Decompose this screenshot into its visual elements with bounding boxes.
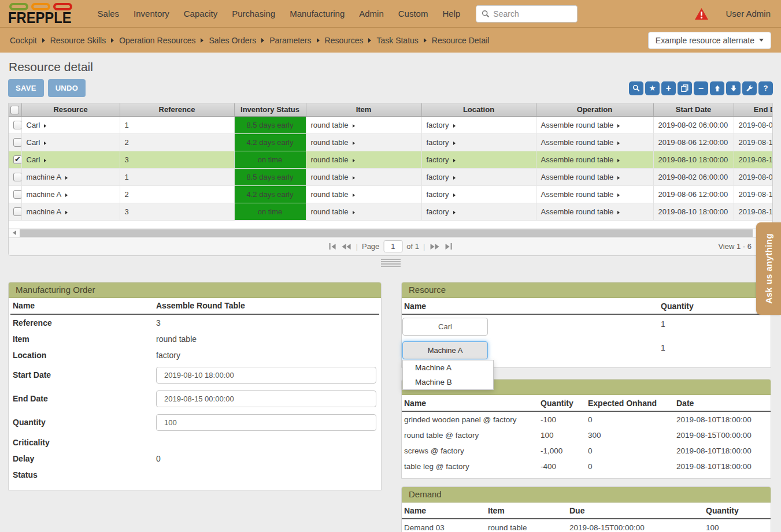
table-row-selected[interactable]: Carl 3 on time round table factory Assem… <box>9 151 772 168</box>
next-page-button[interactable] <box>429 243 441 251</box>
cell-operation[interactable]: Assemble round table <box>541 155 614 164</box>
menu-item-purchasing[interactable]: Purchasing <box>232 9 275 18</box>
save-button[interactable]: SAVE <box>8 79 44 97</box>
row-checkbox[interactable] <box>13 173 21 181</box>
cell-item[interactable]: round table <box>311 190 349 199</box>
menu-item-custom[interactable]: Custom <box>398 9 428 18</box>
menu-item-manufacturing[interactable]: Manufacturing <box>290 9 345 18</box>
context-caret-icon[interactable] <box>453 211 456 214</box>
help-button[interactable]: ? <box>758 81 773 95</box>
menu-item-help[interactable]: Help <box>442 9 460 18</box>
breadcrumb-task-status[interactable]: Task Status <box>376 36 418 45</box>
context-caret-icon[interactable] <box>453 194 456 197</box>
col-header-item[interactable]: Item <box>306 103 421 116</box>
cell-operation[interactable]: Assemble round table <box>541 173 614 181</box>
breadcrumb-resources[interactable]: Resources <box>325 36 364 45</box>
search-tool-button[interactable] <box>629 81 643 95</box>
context-caret-icon[interactable] <box>44 142 46 145</box>
col-header-resource[interactable]: Resource <box>21 103 120 116</box>
row-checkbox[interactable] <box>13 190 21 199</box>
cell-location[interactable]: factory <box>427 190 449 199</box>
table-row[interactable]: Carl 2 4.2 days early round table factor… <box>9 133 772 151</box>
cell-location[interactable]: factory <box>427 138 449 147</box>
warning-icon[interactable] <box>695 8 708 20</box>
context-caret-icon[interactable] <box>353 142 355 145</box>
resource-select-carl[interactable]: Carl <box>402 318 488 336</box>
row-checkbox-checked[interactable] <box>13 155 21 164</box>
context-caret-icon[interactable] <box>617 176 620 180</box>
col-header-operation[interactable]: Operation <box>536 103 653 116</box>
frepple-logo[interactable]: FREPPLE <box>8 3 80 25</box>
delete-row-button[interactable]: − <box>694 81 708 95</box>
cell-resource[interactable]: machine A <box>27 173 62 181</box>
move-down-button[interactable] <box>726 81 741 95</box>
menu-item-capacity[interactable]: Capacity <box>184 9 217 18</box>
cell-operation[interactable]: Assemble round table <box>541 190 614 199</box>
table-row[interactable]: machine A 2 4.2 days early round table f… <box>9 185 772 203</box>
context-caret-icon[interactable] <box>44 159 46 162</box>
user-menu[interactable]: User Admin <box>726 9 771 18</box>
copy-row-button[interactable] <box>678 81 692 95</box>
entity-selector[interactable]: Example resource alternate <box>648 32 771 49</box>
context-caret-icon[interactable] <box>617 159 620 162</box>
table-row[interactable]: machine A 1 8.5 days early round table f… <box>9 168 772 185</box>
cell-operation[interactable]: Assemble round table <box>541 121 614 129</box>
table-row[interactable]: machine A 3 on time round table factory … <box>9 203 772 220</box>
ask-us-anything-tab[interactable]: Ask us anything <box>756 222 781 315</box>
scrollbar-thumb[interactable] <box>20 229 753 237</box>
breadcrumb-resource-skills[interactable]: Resource Skills <box>50 36 106 45</box>
scroll-left-icon[interactable] <box>13 230 16 235</box>
context-caret-icon[interactable] <box>617 194 620 197</box>
page-number-input[interactable] <box>383 240 402 252</box>
col-header-location[interactable]: Location <box>421 103 536 116</box>
cell-item[interactable]: round table <box>311 138 349 147</box>
context-caret-icon[interactable] <box>353 159 355 162</box>
resize-handle[interactable] <box>381 259 401 267</box>
customize-button[interactable] <box>742 81 757 95</box>
cell-operation[interactable]: Assemble round table <box>541 138 614 147</box>
prev-page-button[interactable] <box>340 243 352 251</box>
last-page-button[interactable] <box>445 242 453 251</box>
col-header-end-date[interactable]: End Date <box>734 103 772 116</box>
dropdown-option-machine-b[interactable]: Machine B <box>403 375 493 389</box>
cell-location[interactable]: factory <box>427 173 449 181</box>
menu-item-sales[interactable]: Sales <box>98 9 120 18</box>
col-header-reference[interactable]: Reference <box>120 103 234 116</box>
breadcrumb-sales-orders[interactable]: Sales Orders <box>209 36 256 45</box>
context-caret-icon[interactable] <box>353 211 355 214</box>
context-caret-icon[interactable] <box>617 142 620 145</box>
mo-start-date-input[interactable] <box>156 367 376 384</box>
cell-item[interactable]: round table <box>311 173 349 181</box>
table-row[interactable]: Carl 1 8.5 days early round table factor… <box>9 116 772 133</box>
context-caret-icon[interactable] <box>453 142 456 145</box>
select-all-checkbox[interactable] <box>10 106 19 114</box>
add-row-button[interactable]: + <box>661 81 676 95</box>
context-caret-icon[interactable] <box>453 176 456 180</box>
cell-item[interactable]: round table <box>311 155 349 164</box>
breadcrumb-cockpit[interactable]: Cockpit <box>10 36 37 45</box>
col-header-start-date[interactable]: Start Date <box>653 103 734 116</box>
cell-resource[interactable]: machine A <box>27 207 62 216</box>
cell-location[interactable]: factory <box>427 155 449 164</box>
horizontal-scrollbar[interactable] <box>9 228 772 237</box>
row-checkbox[interactable] <box>13 138 21 147</box>
cell-item[interactable]: round table <box>311 121 349 129</box>
context-caret-icon[interactable] <box>453 124 456 128</box>
cell-location[interactable]: factory <box>427 121 449 129</box>
cell-operation[interactable]: Assemble round table <box>541 207 614 216</box>
menu-item-inventory[interactable]: Inventory <box>134 9 169 18</box>
context-caret-icon[interactable] <box>617 124 620 128</box>
context-caret-icon[interactable] <box>353 176 355 180</box>
col-header-inventory-status[interactable]: Inventory Status <box>234 103 306 116</box>
undo-button[interactable]: UNDO <box>48 79 86 97</box>
context-caret-icon[interactable] <box>44 124 46 128</box>
mo-quantity-input[interactable] <box>156 414 376 431</box>
cell-resource[interactable]: Carl <box>27 121 40 129</box>
row-checkbox[interactable] <box>13 207 21 216</box>
cell-item[interactable]: round table <box>311 207 349 216</box>
first-page-button[interactable] <box>328 242 336 251</box>
cell-location[interactable]: factory <box>427 207 449 216</box>
cell-resource[interactable]: Carl <box>27 138 40 147</box>
cell-resource[interactable]: machine A <box>27 190 62 199</box>
breadcrumb-parameters[interactable]: Parameters <box>269 36 311 45</box>
